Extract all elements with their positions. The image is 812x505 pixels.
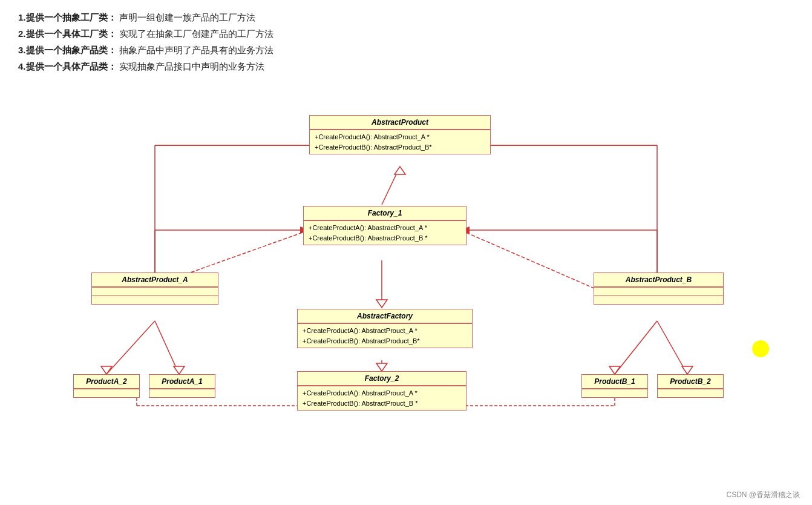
uml-title-abstract-product: AbstractProduct	[310, 116, 490, 130]
svg-marker-11	[101, 366, 112, 374]
page-content: 1.提供一个抽象工厂类： 声明一组创建一族产品的工厂方法 2.提供一个具体工厂类…	[0, 0, 812, 430]
svg-line-3	[460, 230, 600, 291]
svg-line-10	[106, 321, 155, 374]
svg-line-12	[155, 321, 179, 374]
uml-methods-abstract-product: +CreateProductA(): AbstractProuct_A * +C…	[310, 130, 490, 154]
uml-title-factory2: Factory_2	[298, 372, 466, 386]
uml-body-product-b2	[658, 389, 723, 397]
uml-box-product-b2: ProductB_2	[657, 374, 724, 398]
uml-body-product-b1	[582, 389, 647, 397]
desc-item-4: 4.提供一个具体产品类： 实现抽象产品接口中声明的业务方法	[18, 61, 794, 73]
uml-title-product-a1: ProductA_1	[149, 375, 215, 389]
description-list: 1.提供一个抽象工厂类： 声明一组创建一族产品的工厂方法 2.提供一个具体工厂类…	[18, 12, 794, 73]
svg-marker-7	[376, 300, 387, 308]
uml-box-product-a2: ProductA_2	[73, 374, 140, 398]
uml-box-abstract-factory: AbstractFactory +CreateProductA(): Abstr…	[297, 309, 473, 348]
svg-line-14	[615, 321, 657, 374]
cursor-indicator	[752, 340, 769, 357]
uml-box-abstract-product-a: AbstractProduct_A	[91, 272, 218, 305]
desc-bold-1: 1.提供一个抽象工厂类：	[18, 12, 117, 22]
uml-title-abstract-product-b: AbstractProduct_B	[594, 273, 723, 287]
svg-marker-9	[376, 363, 387, 371]
uml-title-product-a2: ProductA_2	[74, 375, 139, 389]
svg-marker-15	[609, 366, 620, 374]
uml-title-abstract-factory: AbstractFactory	[298, 309, 472, 323]
uml-body-abstract-product-a	[92, 287, 218, 295]
uml-box-product-a1: ProductA_1	[149, 374, 215, 398]
uml-title-product-b2: ProductB_2	[658, 375, 723, 389]
uml-body-product-a1	[149, 389, 215, 397]
desc-text-3: 抽象产品中声明了产品具有的业务方法	[119, 45, 273, 55]
uml-title-product-b1: ProductB_1	[582, 375, 647, 389]
uml-diagram: AbstractProduct +CreateProductA(): Abstr…	[19, 85, 793, 424]
desc-item-2: 2.提供一个具体工厂类： 实现了在抽象工厂创建产品的工厂方法	[18, 28, 794, 40]
desc-text-1: 声明一组创建一族产品的工厂方法	[119, 12, 255, 22]
svg-marker-13	[174, 366, 185, 374]
desc-text-2: 实现了在抽象工厂创建产品的工厂方法	[119, 28, 273, 39]
desc-bold-4: 4.提供一个具体产品类：	[18, 61, 117, 71]
desc-bold-2: 2.提供一个具体工厂类：	[18, 28, 117, 39]
uml-methods-abstract-factory: +CreateProductA(): AbstractProuct_A * +C…	[298, 323, 472, 348]
desc-item-3: 3.提供一个抽象产品类： 抽象产品中声明了产品具有的业务方法	[18, 45, 794, 56]
uml-body-product-a2	[74, 389, 139, 397]
uml-title-factory1: Factory_1	[304, 206, 466, 220]
svg-line-0	[382, 167, 400, 205]
footer: CSDN @香菇滑稽之谈	[726, 490, 800, 500]
svg-marker-1	[395, 167, 405, 174]
uml-body-abstract-product-b	[594, 287, 723, 295]
uml-body2-abstract-product-b	[594, 295, 723, 304]
uml-title-abstract-product-a: AbstractProduct_A	[92, 273, 218, 287]
uml-box-abstract-product: AbstractProduct +CreateProductA(): Abstr…	[309, 115, 491, 154]
uml-box-product-b1: ProductB_1	[581, 374, 648, 398]
desc-item-1: 1.提供一个抽象工厂类： 声明一组创建一族产品的工厂方法	[18, 12, 794, 24]
uml-body2-abstract-product-a	[92, 295, 218, 304]
svg-line-16	[657, 321, 687, 374]
desc-text-4: 实现抽象产品接口中声明的业务方法	[119, 61, 264, 71]
uml-methods-factory1: +CreateProductA(): AbastractProuct_A * +…	[304, 220, 466, 245]
uml-box-abstract-product-b: AbstractProduct_B	[594, 272, 724, 305]
uml-box-factory1: Factory_1 +CreateProductA(): AbastractPr…	[303, 206, 467, 245]
footer-text: CSDN @香菇滑稽之谈	[726, 490, 800, 499]
svg-marker-17	[682, 366, 693, 374]
uml-methods-factory2: +CreateProductA(): AbstractProuct_A * +C…	[298, 386, 466, 410]
uml-box-factory2: Factory_2 +CreateProductA(): AbstractPro…	[297, 371, 467, 411]
desc-bold-3: 3.提供一个抽象产品类：	[18, 45, 117, 55]
